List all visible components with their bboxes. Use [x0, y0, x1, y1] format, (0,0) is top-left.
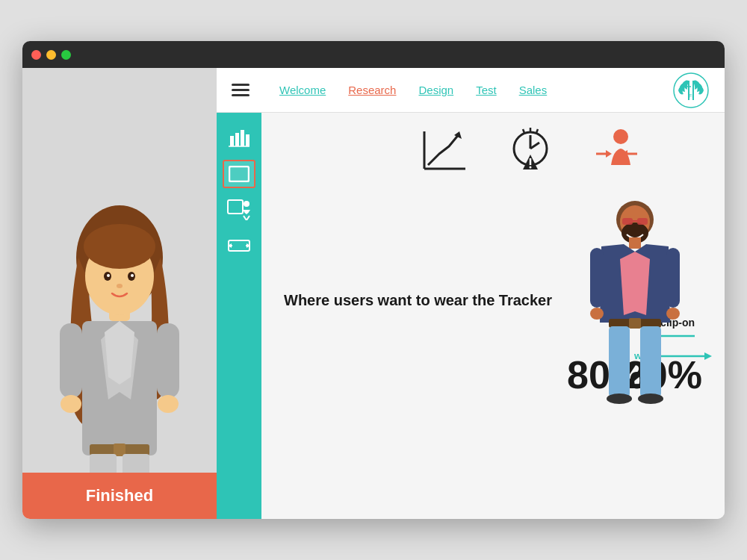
- svg-point-7: [131, 274, 134, 277]
- logo-badge: FI: [672, 72, 710, 109]
- svg-rect-69: [590, 248, 604, 308]
- svg-rect-65: [622, 218, 633, 225]
- svg-point-6: [107, 274, 110, 277]
- finished-button[interactable]: Finished: [22, 473, 217, 519]
- svg-text:FI: FI: [689, 93, 693, 99]
- svg-line-48: [530, 143, 539, 149]
- layout-icon[interactable]: [223, 160, 255, 188]
- svg-rect-70: [666, 248, 680, 308]
- svg-marker-61: [704, 352, 712, 360]
- svg-marker-57: [606, 150, 612, 158]
- avatar-container: [22, 68, 217, 519]
- svg-rect-74: [629, 318, 641, 329]
- side-content: Where users want to wear the Tracker 80%…: [217, 113, 725, 519]
- person-arrows-icon: [592, 128, 641, 181]
- svg-rect-76: [640, 326, 661, 397]
- svg-line-49: [523, 129, 524, 133]
- svg-rect-66: [637, 218, 648, 225]
- main-panel: Welcome Research Design Test Sales: [217, 68, 725, 519]
- person-slide-icon[interactable]: [223, 196, 255, 224]
- fullscreen-button[interactable]: [61, 50, 71, 60]
- close-button[interactable]: [31, 50, 41, 60]
- svg-point-78: [638, 393, 663, 404]
- content-area: Finished Welcome Research Design Test Sa…: [22, 68, 725, 519]
- svg-point-72: [666, 308, 680, 320]
- tracker-area: Where users want to wear the Tracker 80%…: [284, 196, 702, 405]
- svg-point-3: [84, 224, 155, 269]
- avatar-sidebar: Finished: [22, 68, 217, 519]
- svg-rect-68: [629, 237, 641, 249]
- avatar-illustration: [37, 161, 202, 519]
- svg-rect-18: [157, 323, 179, 398]
- svg-point-77: [607, 393, 632, 404]
- main-content: Where users want to wear the Tracker 80%…: [261, 113, 725, 519]
- svg-point-20: [158, 395, 179, 413]
- nav-bar: Welcome Research Design Test Sales: [217, 68, 725, 113]
- browser-window: Finished Welcome Research Design Test Sa…: [22, 41, 725, 519]
- top-icons-row: [359, 128, 702, 181]
- svg-point-8: [117, 284, 123, 288]
- person-figure: [586, 196, 684, 405]
- nav-welcome[interactable]: Welcome: [279, 84, 326, 96]
- svg-point-19: [61, 395, 81, 413]
- svg-rect-14: [114, 444, 125, 456]
- svg-rect-31: [246, 134, 249, 146]
- timer-warning-icon: [506, 128, 555, 181]
- svg-rect-17: [60, 323, 82, 398]
- bar-chart-icon[interactable]: [223, 124, 255, 152]
- minimize-button[interactable]: [46, 50, 56, 60]
- resize-icon[interactable]: [223, 231, 255, 260]
- svg-rect-75: [609, 326, 630, 397]
- svg-point-35: [244, 201, 249, 207]
- svg-point-55: [613, 129, 628, 144]
- nav-design[interactable]: Design: [418, 84, 453, 96]
- tracker-description: Where users want to wear the Tracker: [284, 290, 552, 311]
- svg-rect-30: [241, 130, 244, 146]
- svg-line-37: [247, 216, 249, 220]
- svg-line-50: [536, 129, 538, 133]
- nav-research[interactable]: Research: [348, 84, 396, 96]
- svg-rect-29: [235, 133, 239, 146]
- hamburger-menu[interactable]: [232, 84, 249, 96]
- svg-rect-28: [230, 136, 234, 146]
- svg-rect-33: [229, 167, 249, 181]
- nav-sales[interactable]: Sales: [519, 84, 548, 96]
- nav-test[interactable]: Test: [476, 84, 497, 96]
- figure-section: 80% wrist: [567, 196, 702, 405]
- icon-bar: [217, 113, 261, 519]
- line-chart-icon: [421, 128, 469, 181]
- svg-point-71: [590, 308, 604, 320]
- title-bar: [22, 41, 725, 68]
- svg-point-54: [529, 167, 531, 169]
- svg-rect-34: [228, 200, 243, 214]
